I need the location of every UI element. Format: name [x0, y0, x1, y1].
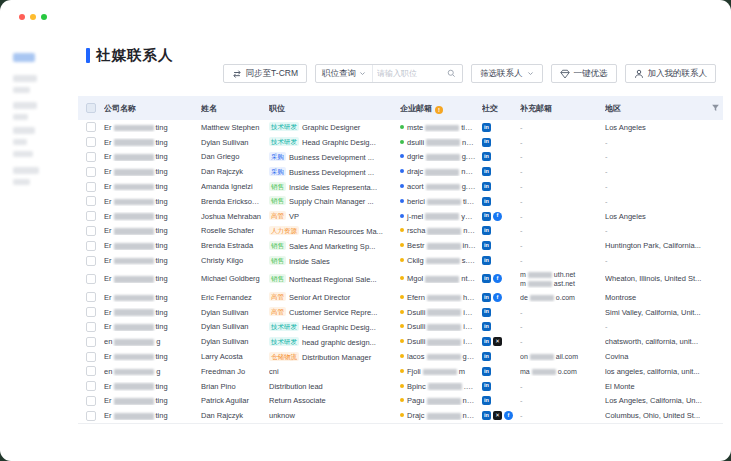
linkedin-icon[interactable]: in — [482, 226, 491, 235]
linkedin-icon[interactable]: in — [482, 197, 491, 206]
traffic-light-close-button[interactable] — [19, 14, 25, 20]
region-filter-icon[interactable] — [711, 104, 720, 113]
linkedin-icon[interactable]: in — [482, 322, 491, 331]
linkedin-icon[interactable]: in — [482, 167, 491, 176]
facebook-icon[interactable]: f — [493, 274, 502, 283]
contact-name: Freedman Jo — [201, 367, 269, 376]
row-checkbox[interactable] — [86, 256, 96, 266]
linkedin-icon[interactable]: in — [482, 337, 491, 346]
email-status-dot — [400, 199, 404, 203]
blurred-text — [427, 413, 461, 420]
row-checkbox[interactable] — [86, 182, 96, 192]
text-fragment: ting — [156, 382, 168, 391]
company-cell: Erting — [104, 212, 201, 221]
linkedin-icon[interactable]: in — [482, 396, 491, 405]
text-fragment: Head Graphic Desig... — [302, 138, 376, 147]
checkbox-cell — [78, 292, 104, 302]
email-info-badge-icon[interactable]: ! — [435, 106, 443, 114]
extra-email-cell: - — [520, 396, 605, 405]
row-checkbox[interactable] — [86, 196, 96, 206]
filter-contacts-dropdown[interactable]: 筛选联系人 — [471, 64, 543, 83]
sidebar-item-blurred[interactable] — [13, 102, 37, 109]
x-icon[interactable]: ✕ — [493, 337, 502, 346]
row-checkbox[interactable] — [86, 411, 96, 421]
job-query-dropdown[interactable]: 职位查询 — [316, 65, 373, 82]
row-checkbox[interactable] — [86, 167, 96, 177]
sidebar-item-blurred[interactable] — [13, 87, 30, 93]
sidebar-item-blurred[interactable] — [13, 167, 39, 174]
row-checkbox[interactable] — [86, 381, 96, 391]
sync-to-tcrm-button[interactable]: 同步至T-CRM — [223, 64, 307, 83]
row-checkbox[interactable] — [86, 241, 96, 251]
social-cell: in — [482, 352, 520, 361]
add-to-my-contacts-button[interactable]: 加入我的联系人 — [625, 64, 717, 83]
email-cell: Drajcng.com — [400, 411, 482, 420]
title-accent-bar — [86, 48, 90, 63]
linkedin-icon[interactable]: in — [482, 123, 491, 132]
linkedin-icon[interactable]: in — [482, 411, 491, 420]
row-checkbox[interactable] — [86, 137, 96, 147]
email-cell: Dsulliing.com — [400, 337, 482, 346]
x-icon[interactable]: ✕ — [493, 411, 502, 420]
search-icon[interactable] — [441, 65, 462, 82]
row-checkbox[interactable] — [86, 366, 96, 376]
table-row: engDylan Sullivan技术研发head graphic design… — [78, 334, 723, 349]
text-fragment: .com — [464, 382, 480, 391]
linkedin-icon[interactable]: in — [482, 152, 491, 161]
sidebar-item-active-blurred[interactable] — [13, 53, 35, 62]
checkbox-cell — [78, 211, 104, 221]
sidebar-item-blurred[interactable] — [13, 139, 27, 145]
linkedin-icon[interactable]: in — [482, 352, 491, 361]
linkedin-icon[interactable]: in — [482, 138, 491, 147]
position-cell: 技术研发Head Graphic Desig... — [269, 137, 400, 147]
social-cell: in — [482, 167, 520, 176]
social-cell: in — [482, 396, 520, 405]
row-checkbox[interactable] — [86, 322, 96, 332]
email-status-dot — [400, 214, 404, 218]
facebook-icon[interactable]: f — [493, 293, 502, 302]
one-click-optimize-button[interactable]: 一键优选 — [551, 64, 617, 83]
sidebar-item-blurred[interactable] — [13, 151, 33, 157]
sidebar-item-blurred[interactable] — [13, 114, 28, 120]
linkedin-icon[interactable]: in — [482, 382, 491, 391]
linkedin-icon[interactable]: in — [482, 256, 491, 265]
linkedin-icon[interactable]: in — [482, 367, 491, 376]
row-checkbox[interactable] — [86, 337, 96, 347]
linkedin-icon[interactable]: in — [482, 308, 491, 317]
row-checkbox[interactable] — [86, 122, 96, 132]
sidebar-item-blurred[interactable] — [13, 179, 30, 185]
blurred-text — [427, 199, 461, 206]
linkedin-icon[interactable]: in — [482, 293, 491, 302]
linkedin-icon[interactable]: in — [482, 241, 491, 250]
linkedin-icon[interactable]: in — [482, 182, 491, 191]
row-checkbox[interactable] — [86, 352, 96, 362]
row-checkbox[interactable] — [86, 152, 96, 162]
row-checkbox[interactable] — [86, 274, 96, 284]
email-cell: acortg.com — [400, 182, 482, 191]
row-checkbox[interactable] — [86, 211, 96, 221]
table-row: ErtingMatthew Stephen技术研发Graphic Designe… — [78, 120, 723, 135]
text-fragment: Distribution lead — [269, 382, 323, 391]
facebook-icon[interactable]: f — [493, 212, 502, 221]
facebook-icon[interactable]: f — [504, 411, 513, 420]
traffic-light-zoom-button[interactable] — [41, 14, 47, 20]
company-cell: Erting — [104, 396, 201, 405]
linkedin-icon[interactable]: in — [482, 274, 491, 283]
extra-email-cell: - — [520, 382, 605, 391]
email-cell: drajcng.com — [400, 167, 482, 176]
row-checkbox[interactable] — [86, 307, 96, 317]
row-checkbox[interactable] — [86, 226, 96, 236]
text-fragment: Human Resources Ma... — [302, 227, 383, 236]
linkedin-icon[interactable]: in — [482, 212, 491, 221]
job-search-input[interactable] — [373, 65, 441, 82]
traffic-light-minimize-button[interactable] — [30, 14, 36, 20]
row-checkbox[interactable] — [86, 292, 96, 302]
table-row: ErtingDan RajczykunknowDrajcng.comin✕f-C… — [78, 408, 723, 423]
text-fragment: m — [520, 271, 526, 278]
sidebar-item-blurred[interactable] — [13, 127, 35, 134]
select-all-checkbox[interactable] — [86, 103, 96, 113]
row-checkbox[interactable] — [86, 396, 96, 406]
sidebar-item-blurred[interactable] — [13, 75, 37, 82]
extra-email-cell: - — [520, 256, 605, 265]
blurred-text — [114, 276, 154, 283]
